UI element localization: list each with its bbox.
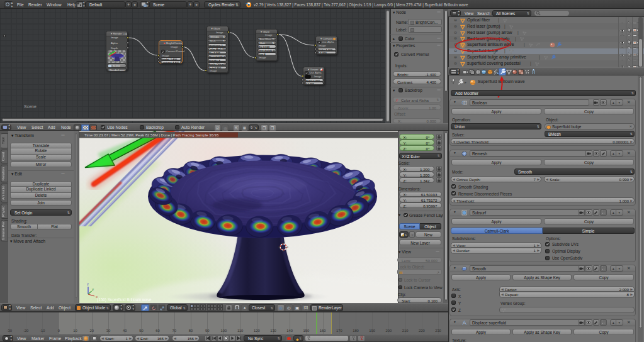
svg-text:Time:00:23.67 | Mem:52.29M, Pe: Time:00:23.67 | Mem:52.29M, Peak 82.58M … [84,133,219,137]
svg-text:(156) Superfluid Brillouin wav: (156) Superfluid Brillouin wave [97,297,152,302]
svg-text:y: y [92,287,94,291]
svg-text:z: z [87,282,89,286]
